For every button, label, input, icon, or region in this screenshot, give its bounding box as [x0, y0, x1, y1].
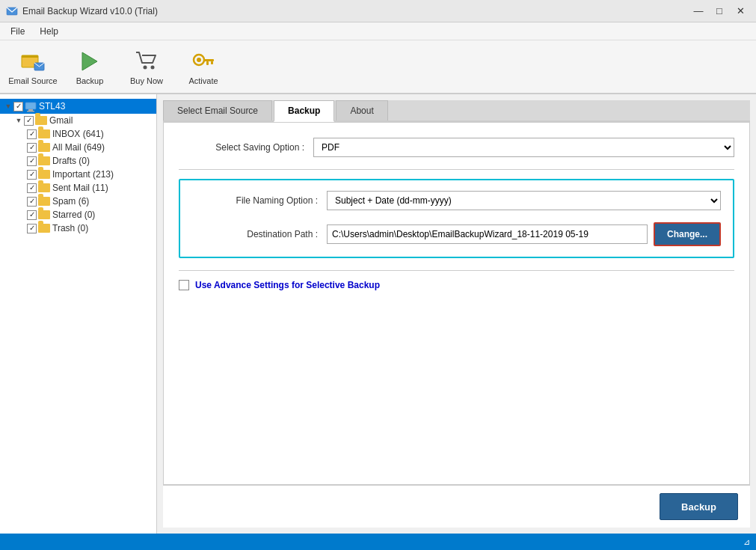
- sidebar-item-trash[interactable]: Trash (0): [0, 221, 156, 235]
- folder-allmail-icon: [38, 143, 50, 152]
- advance-settings-row: Use Advance Settings for Selective Backu…: [179, 280, 734, 290]
- maximize-button[interactable]: □: [710, 3, 729, 19]
- sidebar-item-inbox[interactable]: INBOX (641): [0, 127, 156, 141]
- checkbox-inbox[interactable]: [27, 129, 37, 139]
- title-bar-left: Email Backup Wizard v10.0 (Trial): [6, 5, 158, 17]
- svg-rect-11: [206, 61, 209, 65]
- menu-help[interactable]: Help: [34, 25, 64, 38]
- separator-1: [179, 169, 734, 170]
- close-button[interactable]: ✕: [731, 3, 750, 19]
- sidebar-item-sentmail[interactable]: Sent Mail (11): [0, 181, 156, 195]
- folder-spam-icon: [38, 197, 50, 206]
- svg-rect-9: [203, 59, 214, 61]
- checkbox-spam[interactable]: [27, 197, 37, 207]
- tabs-container: Select Email Source Backup About: [163, 100, 750, 122]
- toolbar-backup[interactable]: Backup: [63, 43, 117, 91]
- advance-settings-checkbox[interactable]: [179, 280, 189, 290]
- folder-important-icon: [38, 170, 50, 179]
- sentmail-label: Sent Mail (11): [52, 183, 108, 193]
- saving-option-label: Select Saving Option :: [179, 142, 313, 153]
- title-bar-controls: — □ ✕: [689, 3, 750, 19]
- sidebar-item-important[interactable]: Important (213): [0, 168, 156, 181]
- toolbar-activate[interactable]: Activate: [176, 43, 230, 91]
- sidebar-item-spam[interactable]: Spam (6): [0, 195, 156, 208]
- file-naming-control: Subject + Date (dd-mm-yyyy) Subject Date…: [327, 191, 721, 210]
- backup-icon: [76, 48, 103, 75]
- content-area: Select Email Source Backup About Select …: [157, 94, 756, 534]
- toolbar-buy-now[interactable]: Buy Now: [120, 43, 173, 91]
- svg-point-8: [197, 58, 201, 62]
- file-naming-row: File Naming Option : Subject + Date (dd-…: [192, 191, 721, 210]
- title-bar: Email Backup Wizard v10.0 (Trial) — □ ✕: [0, 0, 756, 22]
- allmail-label: All Mail (649): [52, 142, 105, 153]
- sidebar-item-allmail[interactable]: All Mail (649): [0, 141, 156, 154]
- important-label: Important (213): [52, 169, 114, 180]
- destination-path-row: Destination Path : Change...: [192, 222, 721, 246]
- file-naming-label: File Naming Option :: [192, 195, 327, 206]
- svg-rect-10: [211, 61, 213, 64]
- status-bar: ⊿: [0, 534, 756, 550]
- svg-rect-12: [25, 103, 36, 109]
- checkbox-drafts[interactable]: [27, 156, 37, 166]
- bottom-bar: Backup: [163, 485, 750, 528]
- checkbox-stl43[interactable]: [13, 102, 23, 111]
- folder-gmail-icon: [35, 116, 47, 125]
- tab-about[interactable]: About: [336, 100, 387, 120]
- folder-inbox-icon: [38, 129, 50, 138]
- svg-marker-4: [82, 52, 97, 70]
- gmail-label: Gmail: [49, 115, 73, 126]
- destination-path-label: Destination Path :: [192, 229, 327, 239]
- group-box: File Naming Option : Subject + Date (dd-…: [179, 179, 734, 258]
- advance-settings-label[interactable]: Use Advance Settings for Selective Backu…: [195, 280, 380, 290]
- svg-rect-13: [28, 109, 33, 111]
- email-source-icon: [19, 48, 46, 75]
- folder-sentmail-icon: [38, 183, 50, 192]
- tab-backup[interactable]: Backup: [274, 100, 334, 122]
- destination-path-input[interactable]: [327, 224, 648, 244]
- saving-option-select[interactable]: PDF PST EML MSG: [313, 138, 734, 157]
- resize-handle: ⊿: [743, 537, 750, 547]
- toolbar-buy-now-label: Buy Now: [130, 76, 163, 85]
- cart-icon: [133, 48, 160, 75]
- checkbox-allmail[interactable]: [27, 143, 37, 153]
- app-icon: [6, 5, 18, 17]
- folder-drafts-icon: [38, 156, 50, 165]
- spam-label: Spam (6): [52, 196, 89, 207]
- svg-point-5: [144, 66, 147, 70]
- sidebar-item-starred[interactable]: Starred (0): [0, 208, 156, 221]
- trash-label: Trash (0): [52, 223, 88, 233]
- checkbox-starred[interactable]: [27, 210, 37, 220]
- computer-icon: [25, 100, 37, 112]
- sidebar-item-stl43[interactable]: ▼ STL43: [0, 99, 156, 114]
- starred-label: Starred (0): [52, 210, 95, 220]
- toolbar: Email Source Backup Buy Now: [0, 40, 756, 94]
- separator-2: [179, 270, 734, 271]
- backup-button[interactable]: Backup: [660, 493, 738, 520]
- sidebar: ▼ STL43 ▼ Gmail INBOX (641) All Mai: [0, 94, 157, 534]
- folder-trash-icon: [38, 224, 50, 233]
- change-button[interactable]: Change...: [654, 222, 721, 246]
- checkbox-important[interactable]: [27, 170, 37, 180]
- svg-rect-2: [22, 55, 38, 58]
- svg-point-6: [151, 66, 155, 70]
- key-icon: [190, 48, 217, 75]
- checkbox-sentmail[interactable]: [27, 183, 37, 193]
- toolbar-email-source[interactable]: Email Source: [6, 43, 60, 91]
- drafts-label: Drafts (0): [52, 156, 90, 166]
- sidebar-item-gmail[interactable]: ▼ Gmail: [0, 114, 156, 127]
- menu-bar: File Help: [0, 22, 756, 40]
- expander-gmail[interactable]: ▼: [13, 115, 24, 126]
- checkbox-gmail[interactable]: [24, 116, 34, 126]
- toolbar-email-source-label: Email Source: [8, 76, 57, 85]
- tab-select-email-source[interactable]: Select Email Source: [163, 100, 272, 120]
- minimize-button[interactable]: —: [689, 3, 708, 19]
- backup-panel: Select Saving Option : PDF PST EML MSG F…: [163, 122, 750, 485]
- folder-starred-icon: [38, 210, 50, 219]
- file-naming-select[interactable]: Subject + Date (dd-mm-yyyy) Subject Date…: [327, 191, 721, 210]
- expander-stl43[interactable]: ▼: [3, 101, 13, 111]
- stl43-label: STL43: [39, 101, 65, 111]
- menu-file[interactable]: File: [4, 25, 31, 38]
- sidebar-item-drafts[interactable]: Drafts (0): [0, 154, 156, 168]
- toolbar-backup-label: Backup: [76, 76, 104, 85]
- checkbox-trash[interactable]: [27, 224, 37, 233]
